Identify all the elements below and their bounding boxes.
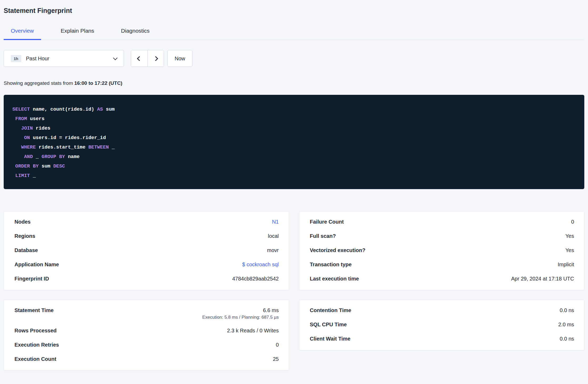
row-value-wrap: Apr 29, 2024 at 17:18 UTC: [511, 275, 574, 282]
sql-keyword: AS: [97, 107, 103, 112]
card-row: NodesN1: [14, 215, 279, 229]
row-value: 0: [571, 218, 574, 225]
sql-line: AND _ GROUP BY name: [12, 152, 576, 162]
card-row: Execution Count25: [14, 352, 279, 366]
row-value: 0: [276, 341, 279, 348]
sql-line: FROM users: [12, 114, 576, 124]
row-value: 0.0 ns: [560, 335, 574, 342]
sql-keyword: ON: [24, 135, 30, 141]
sql-text: _: [109, 145, 114, 150]
row-value: 25: [273, 355, 279, 363]
time-step-buttons: [131, 50, 164, 67]
row-value-wrap: 2.0 ms: [558, 321, 574, 328]
row-label: Vectorized execution?: [310, 247, 365, 254]
card-row: SQL CPU Time2.0 ms: [310, 317, 574, 332]
row-value: Implicit: [558, 261, 574, 268]
row-value-wrap: 2.3 k Reads / 0 Writes: [227, 327, 279, 334]
sql-keyword: ORDER BY: [15, 164, 39, 169]
time-range-dropdown[interactable]: 1h Past Hour: [4, 50, 124, 67]
row-label: Execution Count: [14, 355, 56, 363]
row-value: 6.6 ms: [263, 307, 279, 314]
statement-time-card: Statement Time6.6 msExecution: 5.8 ms / …: [4, 300, 289, 371]
row-value-wrap: Yes: [565, 247, 574, 254]
prev-time-button[interactable]: [131, 50, 147, 67]
card-row: Regionslocal: [14, 229, 279, 243]
tabs: OverviewExplain PlansDiagnostics: [4, 23, 584, 40]
row-label: Application Name: [14, 261, 59, 268]
sql-keyword: JOIN: [21, 126, 33, 131]
caption-time-range: 16:00 to 17:22 (UTC): [74, 80, 122, 86]
sql-line: LIMIT _: [12, 171, 576, 181]
next-time-button[interactable]: [147, 50, 164, 67]
row-value-wrap: local: [268, 232, 279, 240]
sql-keyword: DESC: [53, 164, 65, 169]
card-row: Databasemovr: [14, 243, 279, 257]
row-value: movr: [267, 247, 279, 254]
row-value-wrap: 6.6 msExecution: 5.8 ms / Planning: 687.…: [202, 307, 279, 320]
time-controls: 1h Past Hour Now: [4, 50, 584, 67]
card-row: Full scan?Yes: [310, 229, 574, 243]
row-value-link[interactable]: $ cockroach sql: [242, 261, 279, 268]
row-label: Full scan?: [310, 232, 336, 240]
row-value-wrap: 4784cb829aab2542: [232, 275, 279, 282]
sql-text: [12, 135, 24, 141]
row-value-wrap: movr: [267, 247, 279, 254]
execution-attributes-rows: Failure Count0Full scan?YesVectorized ex…: [310, 215, 574, 286]
sql-keyword: SELECT: [12, 107, 30, 112]
chevron-right-icon: [153, 56, 158, 61]
statement-details-card: NodesN1RegionslocalDatabasemovrApplicati…: [4, 211, 289, 290]
row-label: Regions: [14, 232, 35, 240]
statement-details-rows: NodesN1RegionslocalDatabasemovrApplicati…: [14, 215, 279, 286]
statement-fingerprint-page: Statement Fingerprint OverviewExplain Pl…: [0, 0, 588, 371]
sql-text: [12, 154, 24, 160]
card-row: Last execution timeApr 29, 2024 at 17:18…: [310, 272, 574, 286]
row-label: Execution Retries: [14, 341, 59, 348]
chevron-left-icon: [137, 56, 142, 61]
sql-keyword: WHERE: [21, 145, 36, 150]
row-value-wrap: 0.0 ns: [560, 307, 574, 314]
row-value-wrap: N1: [272, 218, 279, 225]
row-value: Apr 29, 2024 at 17:18 UTC: [511, 275, 574, 282]
sql-line: SELECT name, count(rides.id) AS sum: [12, 105, 576, 114]
sql-keyword: GROUP BY: [42, 154, 65, 160]
sql-text: _: [30, 173, 36, 179]
tab-diagnostics[interactable]: Diagnostics: [114, 23, 157, 40]
row-value: 0.0 ns: [560, 307, 574, 314]
sql-text: [12, 116, 15, 122]
sql-text: [12, 126, 21, 131]
sql-text: _: [33, 154, 42, 160]
card-row: Transaction typeImplicit: [310, 257, 574, 272]
execution-attributes-card: Failure Count0Full scan?YesVectorized ex…: [299, 211, 584, 290]
sql-text: users: [27, 116, 45, 122]
row-value: 2.0 ms: [558, 321, 574, 328]
sql-line: ON users.id = rides.rider_id: [12, 133, 576, 143]
sql-text: name: [65, 154, 80, 160]
sql-text: [12, 145, 21, 150]
statement-time-rows: Statement Time6.6 msExecution: 5.8 ms / …: [14, 303, 279, 366]
now-button[interactable]: Now: [167, 50, 192, 67]
row-value: 2.3 k Reads / 0 Writes: [227, 327, 279, 334]
page-title: Statement Fingerprint: [4, 7, 584, 14]
row-label: Contention Time: [310, 307, 351, 314]
sql-line: ORDER BY sum DESC: [12, 162, 576, 171]
caption-prefix: Showing aggregated stats from: [4, 80, 73, 86]
row-value: Yes: [565, 247, 574, 254]
row-value-wrap: 0: [571, 218, 574, 225]
row-value-link[interactable]: N1: [272, 218, 279, 225]
row-value: Yes: [565, 232, 574, 240]
time-range-badge: 1h: [11, 55, 21, 62]
row-label: Failure Count: [310, 218, 344, 225]
tab-explain-plans[interactable]: Explain Plans: [54, 23, 101, 40]
row-value-wrap: 0.0 ns: [560, 335, 574, 342]
contention-rows: Contention Time0.0 nsSQL CPU Time2.0 msC…: [310, 303, 574, 346]
aggregated-stats-caption: Showing aggregated stats from 16:00 to 1…: [4, 80, 584, 86]
time-range-label: Past Hour: [26, 56, 49, 62]
row-label: Statement Time: [14, 307, 54, 320]
row-subvalue: Execution: 5.8 ms / Planning: 687.5 µs: [202, 315, 279, 320]
row-value-wrap: 25: [273, 355, 279, 363]
card-row: Fingerprint ID4784cb829aab2542: [14, 272, 279, 286]
card-row: Statement Time6.6 msExecution: 5.8 ms / …: [14, 303, 279, 323]
row-label: Transaction type: [310, 261, 352, 268]
tab-overview[interactable]: Overview: [4, 23, 41, 40]
card-row: Rows Processed2.3 k Reads / 0 Writes: [14, 323, 279, 338]
